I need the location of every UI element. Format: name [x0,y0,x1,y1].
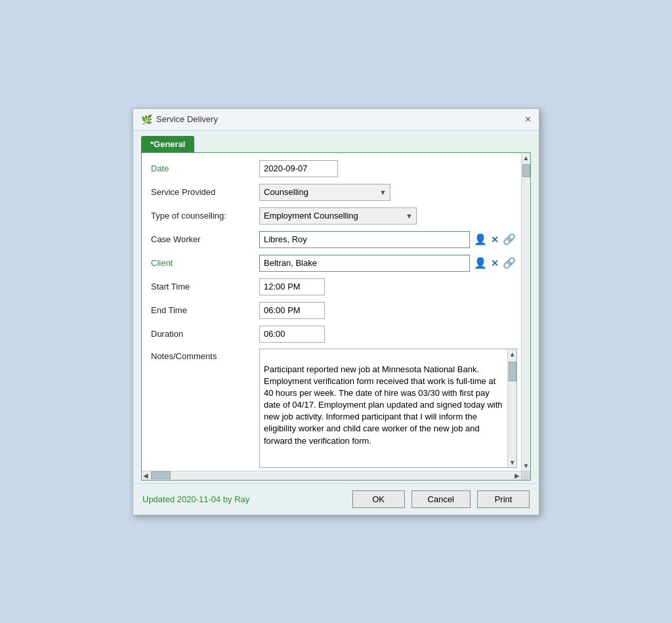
notes-scroll-thumb[interactable] [509,362,516,381]
cancel-button[interactable]: Cancel [411,490,471,508]
caseworker-label: Case Worker [151,234,259,244]
endtime-input[interactable] [259,302,325,319]
close-button[interactable]: × [525,114,531,125]
app-icon: 🌿 [141,114,152,125]
client-label: Client [151,258,259,268]
form-inner: Date Service Provided Counselling Employ… [142,153,530,480]
notes-textarea[interactable] [260,349,507,467]
service-select-wrapper: Counselling Employment Other ▼ [259,184,390,201]
endtime-label: End Time [151,305,259,315]
button-group: OK Cancel Print [352,490,530,508]
caseworker-link-button[interactable]: 🔗 [501,233,517,246]
service-label: Service Provided [151,187,259,197]
starttime-label: Start Time [151,282,259,291]
starttime-input[interactable] [259,278,325,295]
vscroll-thumb[interactable] [522,164,530,177]
scrollbar-corner [521,471,530,480]
endtime-row: End Time [151,301,517,320]
title-bar: 🌿 Service Delivery × [133,109,539,131]
title-bar-left: 🌿 Service Delivery [141,114,218,125]
caseworker-clear-button[interactable]: ✕ [490,234,500,245]
date-label: Date [151,163,259,173]
client-link-button[interactable]: 🔗 [501,257,517,269]
ok-button[interactable]: OK [352,490,405,508]
client-clear-button[interactable]: ✕ [490,258,500,269]
print-button[interactable]: Print [477,490,530,508]
client-icons: 👤 ✕ 🔗 [472,257,517,269]
bottom-bar: Updated 2020-11-04 by Ray OK Cancel Prin… [133,483,539,515]
form-hscrollbar: ◀ ▶ [142,471,521,480]
notes-label: Notes/Comments [151,349,259,361]
form-vscrollbar: ▲ ▼ [521,153,530,471]
notes-row: Notes/Comments 79/20000 ▲ ▼ [151,349,517,468]
notes-scrollbar: ▲ ▼ [507,349,516,467]
form-container: Date Service Provided Counselling Employ… [141,152,531,481]
client-person-icon[interactable]: 👤 [472,257,488,269]
dialog-title: Service Delivery [156,114,218,124]
updated-text: Updated 2020-11-04 by Ray [142,494,249,504]
hscroll-left[interactable]: ◀ [142,472,150,479]
duration-row: Duration [151,325,517,343]
date-row: Date [151,160,517,178]
tab-bar: *General [133,131,539,152]
vscroll-down[interactable]: ▼ [523,461,530,471]
duration-label: Duration [151,329,259,339]
counselling-label: Type of counselling: [151,211,259,221]
caseworker-field-wrapper: 👤 ✕ 🔗 [259,231,517,248]
caseworker-person-icon[interactable]: 👤 [472,233,488,246]
duration-input[interactable] [259,326,325,343]
date-input[interactable] [259,160,338,177]
counselling-select-wrapper: Employment Counselling Individual Counse… [259,207,417,225]
service-row: Service Provided Counselling Employment … [151,183,517,202]
client-field-wrapper: 👤 ✕ 🔗 [259,255,517,272]
hscroll-right[interactable]: ▶ [513,472,521,479]
vscroll-up[interactable]: ▲ [523,153,530,163]
counselling-select[interactable]: Employment Counselling Individual Counse… [259,207,417,225]
caseworker-icons: 👤 ✕ 🔗 [472,233,517,246]
client-input[interactable] [259,255,470,272]
caseworker-input[interactable] [259,231,470,248]
notes-scroll-down[interactable]: ▼ [509,458,516,467]
service-delivery-dialog: 🌿 Service Delivery × *General Date Servi… [133,108,539,515]
service-select[interactable]: Counselling Employment Other [259,184,390,201]
counselling-row: Type of counselling: Employment Counsell… [151,207,517,225]
starttime-row: Start Time [151,278,517,296]
hscroll-thumb[interactable] [151,471,171,479]
client-row: Client 👤 ✕ 🔗 [151,254,517,272]
notes-scroll-up[interactable]: ▲ [509,349,516,359]
caseworker-row: Case Worker 👤 ✕ 🔗 [151,230,517,249]
notes-wrapper: 79/20000 ▲ ▼ [259,349,517,468]
tab-general[interactable]: *General [141,136,194,152]
